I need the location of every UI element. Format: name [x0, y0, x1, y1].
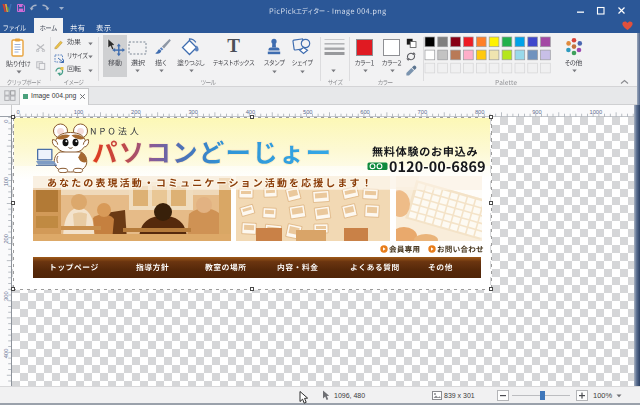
svg-text:700: 700: [418, 108, 428, 114]
svg-text:600: 600: [360, 108, 370, 114]
svg-text:900: 900: [532, 108, 542, 114]
svg-text:400: 400: [3, 349, 9, 359]
svg-text:500: 500: [303, 108, 313, 114]
svg-text:300: 300: [188, 108, 198, 114]
svg-text:0: 0: [17, 108, 20, 114]
svg-text:200: 200: [131, 108, 141, 114]
svg-text:0: 0: [3, 120, 9, 123]
svg-text:100: 100: [3, 177, 9, 187]
svg-text:1000: 1000: [590, 108, 603, 114]
svg-text:100: 100: [74, 108, 84, 114]
svg-text:400: 400: [246, 108, 256, 114]
svg-text:800: 800: [475, 108, 485, 114]
svg-text:300: 300: [3, 291, 9, 301]
svg-text:200: 200: [3, 234, 9, 244]
